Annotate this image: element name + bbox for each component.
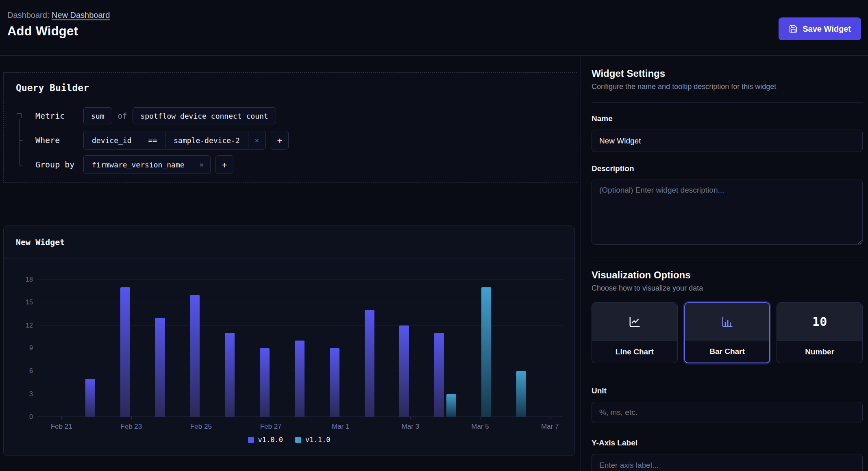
where-row: Where device_id == sample-device-2 ✕ + bbox=[21, 128, 565, 152]
left-section-divider bbox=[0, 198, 581, 198]
y-axis-label: 12 bbox=[26, 322, 33, 329]
where-row-label: Where bbox=[35, 135, 83, 145]
x-axis-label: Feb 25 bbox=[190, 423, 212, 431]
chart-legend: v1.0.0v1.1.0 bbox=[4, 436, 574, 444]
save-widget-label: Save Widget bbox=[803, 24, 851, 34]
visualization-options-heading: Visualization Options bbox=[592, 269, 863, 281]
of-word: of bbox=[118, 111, 127, 120]
where-value-select[interactable]: sample-device-2 bbox=[165, 131, 248, 149]
x-axis-label: Mar 3 bbox=[402, 423, 419, 431]
y-axis-label: 15 bbox=[26, 299, 33, 306]
divider bbox=[592, 102, 863, 103]
widget-preview-header: New Widget bbox=[4, 226, 574, 258]
bar-chart: 0369121518 Feb 21Feb 23Feb 25Feb 27Mar 1… bbox=[4, 258, 574, 417]
bar-v1.0.0-Feb 22 bbox=[85, 379, 95, 417]
widget-settings-panel: Widget Settings Configure the name and t… bbox=[581, 56, 868, 471]
metric-row-label: Metric bbox=[35, 111, 83, 121]
x-axis-tick bbox=[341, 417, 341, 419]
x-axis-label: Mar 5 bbox=[471, 423, 489, 431]
plot-area: Feb 21Feb 23Feb 25Feb 27Mar 1Mar 3Mar 5M… bbox=[38, 280, 563, 417]
bar-v1.0.0-Feb 28 bbox=[295, 341, 305, 417]
where-remove-icon[interactable]: ✕ bbox=[248, 131, 265, 149]
legend-label: v1.0.0 bbox=[258, 436, 283, 444]
group-by-field-select[interactable]: firmware_version_name bbox=[84, 156, 193, 174]
description-textarea[interactable] bbox=[592, 180, 863, 245]
group-by-row: Group by firmware_version_name ✕ + bbox=[21, 152, 565, 177]
metric-row: Metric sum of spotflow_device_connect_co… bbox=[21, 104, 565, 128]
name-field-label: Name bbox=[592, 114, 863, 123]
group-by-row-label: Group by bbox=[35, 160, 83, 169]
widget-preview-title: New Widget bbox=[16, 237, 65, 247]
breadcrumb-label: Dashboard: bbox=[7, 11, 49, 20]
widget-settings-heading: Widget Settings bbox=[592, 68, 863, 79]
left-column: Query Builder Metric sum of spotflow_dev… bbox=[0, 56, 581, 471]
visualization-option-row: Line Chart Bar Chart 10 Number bbox=[592, 302, 863, 363]
y-axis: 0369121518 bbox=[15, 280, 38, 417]
widget-settings-subheading: Configure the name and tooltip descripti… bbox=[592, 82, 863, 91]
group-by-remove-icon[interactable]: ✕ bbox=[193, 156, 210, 174]
viz-option-label: Number bbox=[777, 341, 862, 363]
aggregation-select[interactable]: sum bbox=[83, 107, 112, 124]
x-axis-tick bbox=[61, 417, 62, 419]
bar-v1.0.0-Feb 24 bbox=[155, 318, 165, 417]
where-field-select[interactable]: device_id bbox=[84, 131, 140, 149]
viz-option-line-chart[interactable]: Line Chart bbox=[592, 302, 678, 363]
bar-v1.0.0-Feb 25 bbox=[190, 295, 200, 417]
bar-v1.0.0-Mar 3 bbox=[399, 326, 409, 417]
bar-v1.0.0-Mar 4 bbox=[434, 333, 444, 417]
legend-swatch bbox=[248, 437, 254, 443]
gridline bbox=[38, 279, 563, 280]
widget-preview-card: New Widget 0369121518 Feb 21Feb 23Feb 25… bbox=[3, 226, 575, 456]
x-axis-tick bbox=[550, 417, 550, 419]
viz-option-number[interactable]: 10 Number bbox=[777, 302, 863, 363]
y-axis-label: 18 bbox=[26, 276, 33, 283]
query-tree-connector bbox=[16, 104, 26, 177]
viz-option-bar-chart[interactable]: Bar Chart bbox=[684, 302, 770, 363]
yaxis-input[interactable] bbox=[592, 454, 863, 471]
where-condition-group: device_id == sample-device-2 ✕ bbox=[83, 131, 266, 150]
group-by-add-button[interactable]: + bbox=[215, 155, 233, 174]
yaxis-field-label: Y-Axis Label bbox=[592, 438, 863, 447]
x-axis-tick bbox=[131, 417, 132, 419]
x-axis-tick bbox=[271, 417, 271, 419]
metric-name-select[interactable]: spotflow_device_connect_count bbox=[133, 107, 276, 124]
tree-root-square-icon bbox=[17, 113, 22, 118]
legend-swatch bbox=[295, 437, 301, 443]
query-builder-panel: Query Builder Metric sum of spotflow_dev… bbox=[3, 72, 577, 183]
x-axis-label: Feb 27 bbox=[260, 423, 282, 431]
breadcrumb-dashboard-link[interactable]: New Dashboard bbox=[52, 11, 110, 20]
where-add-button[interactable]: + bbox=[271, 131, 289, 150]
divider bbox=[592, 258, 863, 258]
save-widget-button[interactable]: Save Widget bbox=[779, 17, 861, 40]
x-axis-label: Feb 21 bbox=[51, 423, 72, 431]
x-axis-tick bbox=[201, 417, 201, 419]
number-icon: 10 bbox=[812, 315, 827, 329]
x-axis-label: Mar 1 bbox=[332, 423, 349, 431]
save-icon bbox=[789, 24, 798, 33]
viz-option-label: Line Chart bbox=[592, 341, 677, 363]
legend-item[interactable]: v1.1.0 bbox=[295, 436, 330, 444]
unit-input[interactable] bbox=[592, 402, 863, 423]
bar-v1.0.0-Mar 2 bbox=[365, 310, 374, 417]
legend-item[interactable]: v1.0.0 bbox=[248, 436, 283, 444]
unit-field-label: Unit bbox=[592, 386, 863, 395]
where-operator-select[interactable]: == bbox=[140, 131, 166, 149]
bar-v1.1.0-Mar 6 bbox=[516, 371, 526, 417]
y-axis-label: 9 bbox=[29, 345, 33, 352]
page-title: Add Widget bbox=[7, 24, 861, 39]
y-axis-label: 3 bbox=[29, 391, 33, 398]
x-axis-tick bbox=[480, 417, 481, 419]
y-axis-label: 6 bbox=[29, 367, 33, 375]
bar-v1.0.0-Feb 26 bbox=[225, 333, 235, 417]
description-field-label: Description bbox=[592, 164, 863, 173]
group-by-group: firmware_version_name ✕ bbox=[83, 155, 211, 174]
line-chart-icon bbox=[629, 316, 641, 328]
bar-v1.0.0-Feb 23 bbox=[120, 287, 130, 417]
x-axis-tick bbox=[410, 417, 411, 419]
name-input[interactable] bbox=[592, 130, 863, 152]
bar-v1.0.0-Mar 1 bbox=[330, 348, 339, 417]
legend-label: v1.1.0 bbox=[305, 436, 330, 444]
bar-v1.1.0-Mar 5 bbox=[481, 287, 491, 417]
bar-v1.1.0-Mar 4 bbox=[446, 394, 456, 417]
breadcrumb: Dashboard: New Dashboard bbox=[7, 11, 861, 20]
